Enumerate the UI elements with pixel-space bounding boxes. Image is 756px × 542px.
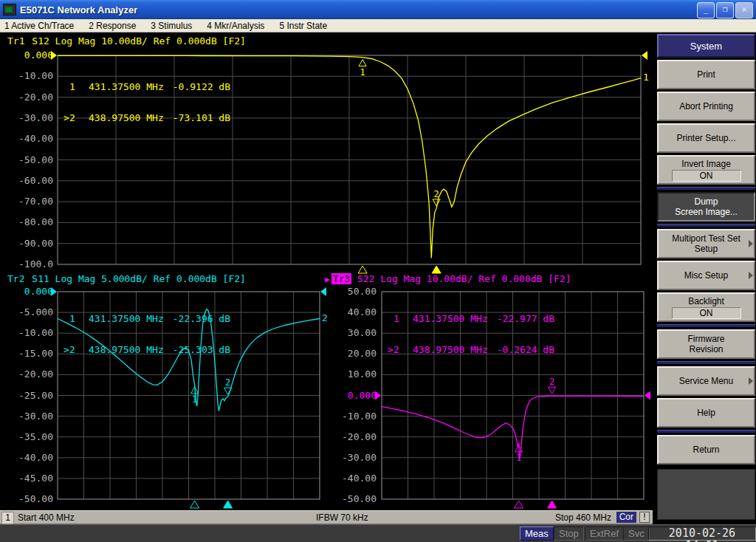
svg-text:-30.00: -30.00 xyxy=(342,452,377,463)
menu-active-ch-trace[interactable]: 1 Active Ch/Trace xyxy=(4,21,74,31)
svg-text:-80.00: -80.00 xyxy=(18,216,53,227)
stimulus-marker-triangle[interactable] xyxy=(432,266,441,273)
menu-mkr-analysis[interactable]: 4 Mkr/Analysis xyxy=(207,21,264,31)
softkey-backlight[interactable]: BacklightON xyxy=(657,292,755,322)
menu-instr-state[interactable]: 5 Instr State xyxy=(279,21,327,31)
softkey-printer-setup[interactable]: Printer Setup... xyxy=(657,123,755,153)
softkey-multiport-test-set-setup[interactable]: Multiport Test Set Setup xyxy=(657,229,755,258)
marker2-readout: >2438.97500 MHz-73.101 dB xyxy=(63,113,230,123)
marker-glyph[interactable] xyxy=(549,387,556,394)
clock: 2010-02-26 14:01 xyxy=(648,526,756,541)
svg-text:1: 1 xyxy=(516,453,521,463)
marker-glyph[interactable] xyxy=(433,199,440,206)
svg-text:-5.000: -5.000 xyxy=(18,306,53,318)
meas-indicator: Meas xyxy=(520,526,554,541)
menu-response[interactable]: 2 Response xyxy=(89,21,136,31)
ref-level-arrow-right[interactable] xyxy=(642,51,647,60)
submenu-arrow-icon xyxy=(749,272,753,279)
svg-text:-15.00: -15.00 xyxy=(18,348,53,359)
softkey-print[interactable]: Print xyxy=(657,60,755,89)
svg-text:0.000: 0.000 xyxy=(24,286,53,297)
backlight-state: ON xyxy=(672,307,741,319)
svg-text:-100.0: -100.0 xyxy=(18,258,53,270)
menu-stimulus[interactable]: 3 Stimulus xyxy=(151,21,192,31)
channel-number: 1 xyxy=(1,512,14,524)
marker1-readout: 1431.37500 MHz-22.977 dB xyxy=(388,314,554,324)
svg-text:50.00: 50.00 xyxy=(348,286,377,297)
titlebar: E5071C Network Analyzer _ ❐ ✕ xyxy=(0,0,756,19)
svg-text:-25.00: -25.00 xyxy=(18,390,53,401)
svg-text:2: 2 xyxy=(434,189,439,199)
softkey-divider xyxy=(657,430,755,433)
stimulus-marker-triangle[interactable] xyxy=(190,501,199,508)
marker1-readout: 1431.37500 MHz-22.396 dB xyxy=(63,314,230,324)
svg-text:-10.00: -10.00 xyxy=(18,70,53,81)
instrument-screen: E5071C Network Analyzer _ ❐ ✕ 1 Active C… xyxy=(0,0,756,542)
marker2-readout: >2438.97500 MHz-25.303 dB xyxy=(63,345,230,355)
svg-text:-10.00: -10.00 xyxy=(18,327,53,338)
menubar: 1 Active Ch/Trace 2 Response 3 Stimulus … xyxy=(0,19,756,32)
ref-level-arrow-left[interactable] xyxy=(51,287,57,296)
trace3-name[interactable]: Tr3 xyxy=(331,273,351,284)
ref-level-arrow-right[interactable] xyxy=(320,287,326,296)
ref-level-arrow-right[interactable] xyxy=(645,391,650,400)
softkey-abort-printing[interactable]: Abort Printing xyxy=(657,92,755,121)
svg-text:-30.00: -30.00 xyxy=(18,411,53,422)
svg-text:-50.00: -50.00 xyxy=(18,493,53,504)
svg-text:-50.00: -50.00 xyxy=(18,154,53,165)
svg-text:-40.00: -40.00 xyxy=(18,133,53,144)
softkey-empty-panel xyxy=(657,469,755,520)
trace3-marker-readout: 1431.37500 MHz-22.977 dB >2438.97500 MHz… xyxy=(388,293,554,376)
trace2-name: Tr2 xyxy=(6,273,26,284)
svg-text:-35.00: -35.00 xyxy=(18,431,53,442)
trace2-marker-readout: 1431.37500 MHz-22.396 dB >2438.97500 MHz… xyxy=(63,293,230,376)
svg-text:-60.00: -60.00 xyxy=(18,175,53,186)
marker1-readout: 1431.37500 MHz-0.9122 dB xyxy=(63,82,230,92)
svg-text:20.00: 20.00 xyxy=(348,348,377,359)
close-button[interactable]: ✕ xyxy=(735,2,753,18)
invert-image-state: ON xyxy=(672,170,741,182)
svg-text:1: 1 xyxy=(360,67,365,78)
softkey-help[interactable]: Help xyxy=(657,398,755,428)
marker-glyph[interactable] xyxy=(359,60,366,66)
correction-indicator: Cor xyxy=(616,512,636,523)
ref-level-arrow-left[interactable] xyxy=(51,51,57,60)
softkey-dump-screen-image[interactable]: Dump Screen Image... xyxy=(657,192,755,222)
minimize-button[interactable]: _ xyxy=(697,2,715,18)
svg-text:2: 2 xyxy=(549,377,554,387)
ifbw-value: IFBW 70 kHz xyxy=(316,512,368,523)
softkey-return[interactable]: Return xyxy=(657,435,755,464)
extref-indicator: ExtRef xyxy=(585,526,624,541)
stimulus-marker-triangle[interactable] xyxy=(548,501,557,508)
submenu-arrow-icon xyxy=(749,240,753,247)
trace2-header: Tr2 S11 Log Mag 5.000dB/ Ref 0.000dB [F2… xyxy=(6,273,246,284)
channel-statusbar: 1 Start 400 MHz IFBW 70 kHz Stop 460 MHz… xyxy=(0,510,653,524)
marker2-readout: >2438.97500 MHz-0.2624 dB xyxy=(388,345,554,355)
softkey-sidebar: System Print Abort Printing Printer Setu… xyxy=(653,32,756,524)
stimulus-marker-triangle[interactable] xyxy=(224,501,233,508)
svg-text:0.000: 0.000 xyxy=(24,49,53,61)
svg-text:0.000: 0.000 xyxy=(348,390,377,401)
stimulus-marker-triangle[interactable] xyxy=(515,501,523,508)
ref-level-arrow-left[interactable] xyxy=(375,391,381,400)
restore-button[interactable]: ❐ xyxy=(716,2,734,18)
start-frequency: Start 400 MHz xyxy=(18,512,75,523)
stop-frequency: Stop 460 MHz xyxy=(555,512,611,523)
softkey-firmware-revision[interactable]: Firmware Revision xyxy=(657,329,755,359)
svg-text:-90.00: -90.00 xyxy=(18,238,53,249)
softkey-menu-title: System xyxy=(657,34,755,58)
trace1-header: Tr1 S12 Log Mag 10.00dB/ Ref 0.000dB [F2… xyxy=(6,35,246,47)
svg-text:-30.00: -30.00 xyxy=(18,112,53,123)
softkey-misc-setup[interactable]: Misc Setup xyxy=(657,261,755,290)
active-trace-arrow-icon: ▶ xyxy=(325,275,330,284)
svg-text:-10.00: -10.00 xyxy=(342,411,377,422)
svg-text:2: 2 xyxy=(225,377,230,388)
svg-text:-40.00: -40.00 xyxy=(342,473,377,484)
window-title: E5071C Network Analyzer xyxy=(20,4,137,16)
measurement-display: 0.000-10.00-20.00-30.00-40.00-50.00-60.0… xyxy=(0,32,653,510)
svg-text:-20.00: -20.00 xyxy=(18,368,53,380)
softkey-invert-image[interactable]: Invert ImageON xyxy=(657,155,755,185)
stimulus-marker-triangle[interactable] xyxy=(358,266,367,273)
softkey-service-menu[interactable]: Service Menu xyxy=(657,366,755,396)
svg-text:1: 1 xyxy=(192,394,197,405)
